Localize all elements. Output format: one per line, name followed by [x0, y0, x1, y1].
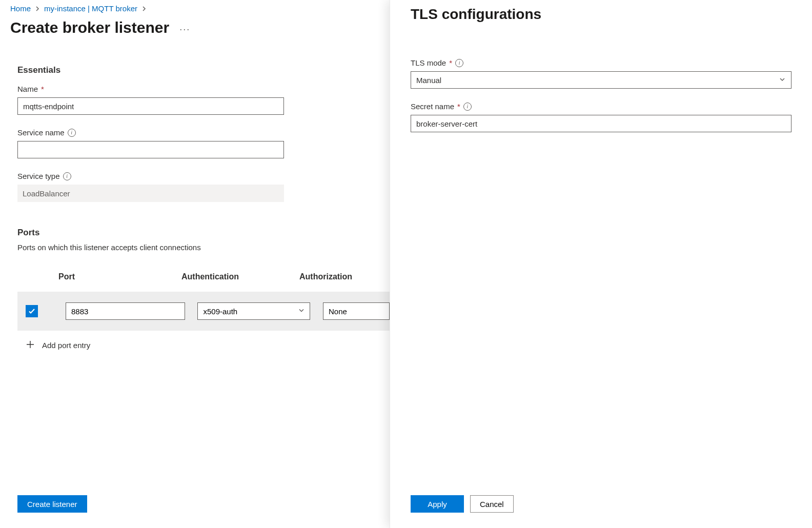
essentials-heading: Essentials — [17, 65, 390, 75]
plus-icon — [26, 340, 35, 351]
add-port-entry-label: Add port entry — [42, 341, 90, 350]
service-name-label: Service name i — [17, 128, 390, 137]
page-title: Create broker listener — [10, 19, 169, 36]
column-authentication: Authentication — [171, 272, 299, 281]
name-input[interactable] — [17, 97, 284, 115]
info-icon[interactable]: i — [463, 103, 472, 111]
chevron-right-icon — [141, 4, 147, 13]
row-checkbox[interactable] — [26, 305, 38, 317]
column-authorization: Authorization — [299, 272, 371, 281]
apply-button[interactable]: Apply — [411, 495, 464, 513]
service-type-label: Service type i — [17, 172, 390, 180]
tls-mode-value: Manual — [416, 76, 441, 85]
info-icon[interactable]: i — [68, 129, 76, 137]
column-port: Port — [17, 272, 171, 281]
required-indicator: * — [457, 102, 460, 111]
create-listener-button[interactable]: Create listener — [17, 495, 87, 513]
tls-mode-label: TLS mode * i — [411, 58, 791, 67]
secret-name-label: Secret name * i — [411, 102, 791, 111]
chevron-down-icon — [779, 76, 786, 85]
chevron-right-icon — [35, 4, 40, 13]
secret-name-input[interactable] — [411, 115, 791, 132]
breadcrumb-instance[interactable]: my-instance | MQTT broker — [44, 4, 137, 13]
info-icon[interactable]: i — [63, 172, 71, 180]
breadcrumb: Home my-instance | MQTT broker — [10, 4, 390, 13]
port-row — [17, 292, 390, 331]
required-indicator: * — [41, 85, 44, 93]
info-icon[interactable]: i — [455, 59, 463, 67]
cancel-button[interactable]: Cancel — [470, 495, 514, 513]
service-type-input — [17, 185, 284, 202]
panel-title: TLS configurations — [411, 6, 791, 23]
ports-table-header: Port Authentication Authorization — [17, 272, 390, 292]
tls-configurations-panel: TLS configurations TLS mode * i Manual S… — [390, 0, 812, 528]
port-input[interactable] — [66, 302, 185, 320]
service-name-input[interactable] — [17, 141, 284, 158]
required-indicator: * — [449, 58, 452, 67]
authentication-select[interactable] — [197, 302, 310, 320]
ports-description: Ports on which this listener accepts cli… — [17, 243, 390, 252]
add-port-entry-button[interactable]: Add port entry — [26, 340, 390, 351]
breadcrumb-home[interactable]: Home — [10, 4, 31, 13]
authorization-select[interactable] — [323, 302, 390, 320]
name-label: Name * — [17, 85, 390, 93]
ports-heading: Ports — [17, 228, 390, 238]
more-actions-button[interactable]: ··· — [179, 21, 190, 35]
tls-mode-select[interactable]: Manual — [411, 71, 791, 89]
